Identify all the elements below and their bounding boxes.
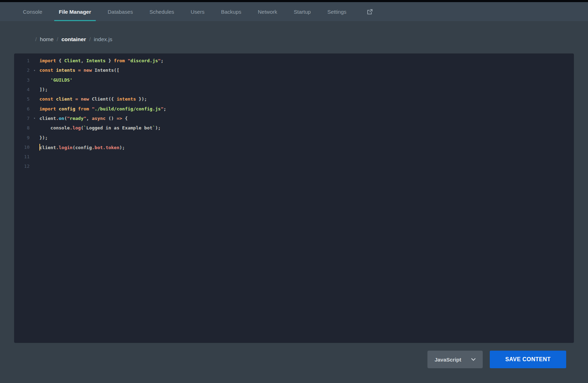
nav-tab-settings[interactable]: Settings	[323, 2, 351, 21]
code-line[interactable]: 6import config from "./build/config/conf…	[14, 104, 574, 113]
breadcrumb-separator: /	[57, 36, 58, 43]
code-editor[interactable]: 1import { Client, Intents } from "discor…	[14, 53, 574, 343]
breadcrumb-separator: /	[35, 36, 37, 43]
line-number[interactable]: 8	[14, 125, 30, 130]
code-line[interactable]: 2▾const intents = new Intents([	[14, 65, 574, 75]
line-number[interactable]: 5	[14, 96, 30, 102]
nav-tabs: ConsoleFile ManagerDatabasesSchedulesUse…	[18, 2, 358, 21]
nav-tab-network[interactable]: Network	[253, 2, 282, 21]
line-number[interactable]: 6	[14, 106, 30, 111]
code-text[interactable]: const client = new Client({ intents });	[39, 96, 147, 102]
top-nav: ConsoleFile ManagerDatabasesSchedulesUse…	[0, 2, 588, 21]
code-line[interactable]: 12	[14, 161, 574, 171]
fold-arrow-icon[interactable]: ▾	[30, 69, 39, 72]
line-number[interactable]: 10	[14, 145, 30, 150]
code-line[interactable]: 11	[14, 152, 574, 161]
line-number[interactable]: 4	[14, 87, 30, 92]
nav-tab-console[interactable]: Console	[18, 2, 47, 21]
breadcrumb-item-index-js: index.js	[94, 36, 112, 43]
code-text[interactable]: });	[39, 135, 48, 140]
code-text[interactable]: const intents = new Intents([	[39, 68, 119, 73]
code-text[interactable]: 'GUILDS'	[39, 77, 73, 83]
nav-tab-startup[interactable]: Startup	[289, 2, 315, 21]
code-line[interactable]: 10client.login(config.bot.token);	[14, 142, 574, 152]
code-line[interactable]: 8 console.log(`Logged in as Example bot`…	[14, 123, 574, 133]
code-text[interactable]: import config from "./build/config/confi…	[39, 106, 166, 111]
code-text[interactable]: client.on("ready", async () => {	[39, 116, 128, 121]
line-number[interactable]: 3	[14, 77, 30, 83]
breadcrumb-item-container[interactable]: container	[61, 36, 86, 43]
nav-tab-schedules[interactable]: Schedules	[145, 2, 179, 21]
line-number[interactable]: 1	[14, 58, 30, 63]
nav-tab-databases[interactable]: Databases	[103, 2, 138, 21]
nav-tab-users[interactable]: Users	[186, 2, 209, 21]
breadcrumb: /home/container/index.js	[35, 36, 588, 43]
code-text[interactable]: ]);	[39, 87, 48, 92]
code-line[interactable]: 3 'GUILDS'	[14, 75, 574, 85]
breadcrumb-item-home[interactable]: home	[40, 36, 54, 43]
editor-footer: JavaScript SAVE CONTENT	[0, 351, 566, 368]
line-number[interactable]: 12	[14, 164, 30, 169]
code-text[interactable]: console.log(`Logged in as Example bot`);	[39, 125, 161, 130]
external-link-button[interactable]	[363, 2, 376, 21]
code-line[interactable]: 1import { Client, Intents } from "discor…	[14, 56, 574, 65]
line-number[interactable]: 9	[14, 135, 30, 140]
line-number[interactable]: 7	[14, 116, 30, 121]
code-line[interactable]: 4]);	[14, 85, 574, 94]
nav-tab-backups[interactable]: Backups	[217, 2, 246, 21]
save-content-button[interactable]: SAVE CONTENT	[490, 351, 566, 368]
nav-tab-file-manager[interactable]: File Manager	[54, 2, 96, 21]
code-text[interactable]: client.login(config.bot.token);	[39, 144, 125, 151]
external-link-icon	[367, 9, 373, 15]
breadcrumb-separator: /	[89, 36, 90, 43]
line-number[interactable]: 11	[14, 154, 30, 159]
fold-arrow-icon[interactable]: ▾	[30, 116, 39, 120]
code-text[interactable]: import { Client, Intents } from "discord…	[39, 58, 163, 63]
language-select-value: JavaScript	[434, 357, 461, 363]
code-line[interactable]: 9});	[14, 133, 574, 142]
code-line[interactable]: 7▾client.on("ready", async () => {	[14, 114, 574, 123]
line-number[interactable]: 2	[14, 68, 30, 73]
language-select[interactable]: JavaScript	[427, 351, 483, 368]
chevron-down-icon	[471, 358, 476, 361]
code-line[interactable]: 5const client = new Client({ intents });	[14, 94, 574, 104]
